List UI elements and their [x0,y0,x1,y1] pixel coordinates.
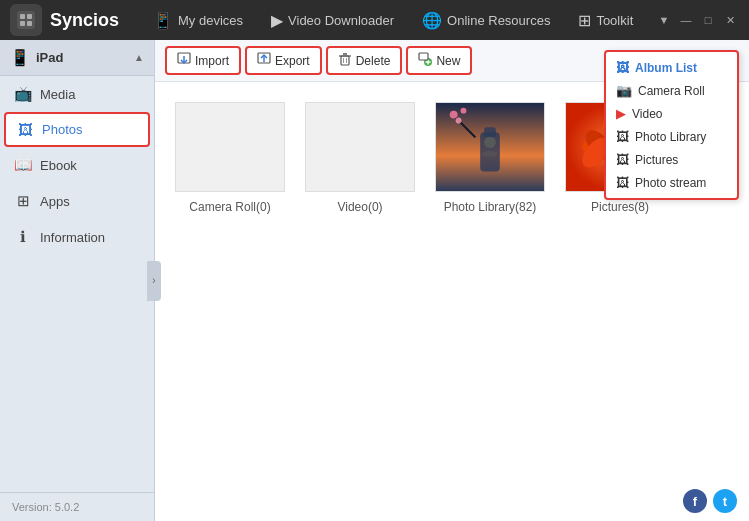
grid-icon: ⊞ [578,11,591,30]
tab-my-devices[interactable]: 📱 My devices [139,0,257,40]
thumb-photo-library [435,102,545,192]
ebook-icon: 📖 [14,156,32,174]
label-pictures: Pictures(8) [591,200,649,214]
svg-point-27 [456,118,462,124]
photo-stream-icon: 🖼 [616,175,629,190]
tab-toolkit[interactable]: ⊞ Toolkit [564,0,647,40]
svg-rect-3 [20,21,25,26]
album-item-pictures[interactable]: 🖼 Pictures [606,148,737,171]
phone-icon: 📱 [153,11,173,30]
device-header: 📱 iPad ▲ [0,40,154,76]
svg-rect-22 [484,127,496,137]
pictures-icon: 🖼 [616,152,629,167]
import-icon [177,52,191,69]
maximize-btn[interactable]: □ [699,11,717,29]
export-button[interactable]: Export [245,46,322,75]
sidebar-item-information[interactable]: ℹ Information [0,219,154,255]
album-list-icon: 🖼 [616,60,629,75]
sidebar-item-photos[interactable]: 🖼 Photos [4,112,150,147]
facebook-icon[interactable]: f [683,489,707,513]
thumb-video [305,102,415,192]
titlebar: Syncios 📱 My devices ▶ Video Downloader … [0,0,749,40]
version-label: Version: 5.0.2 [0,492,154,521]
content-area: Import Export [155,40,749,521]
globe-icon: 🌐 [422,11,442,30]
svg-rect-17 [419,53,428,60]
new-icon [418,52,432,69]
album-item-video[interactable]: ▶ Video [606,102,737,125]
album-panel: 🖼 Album List 📷 Camera Roll ▶ Video 🖼 Pho… [604,50,739,200]
main-layout: 📱 iPad ▲ 📺 Media 🖼 Photos 📖 Ebook ⊞ Apps [0,40,749,521]
delete-button[interactable]: Delete [326,46,403,75]
tab-online-resources[interactable]: 🌐 Online Resources [408,0,564,40]
apps-icon: ⊞ [14,192,32,210]
nav-tabs: 📱 My devices ▶ Video Downloader 🌐 Online… [139,0,655,40]
label-photo-library: Photo Library(82) [444,200,537,214]
export-icon [257,52,271,69]
delete-icon [338,52,352,69]
minimize-btn[interactable]: — [677,11,695,29]
device-name: iPad [36,50,128,65]
sidebar-item-media[interactable]: 📺 Media [0,76,154,112]
svg-rect-0 [17,11,35,29]
app-title: Syncios [50,10,119,31]
sidebar-item-ebook[interactable]: 📖 Ebook [0,147,154,183]
twitter-icon[interactable]: t [713,489,737,513]
album-item-photo-stream[interactable]: 🖼 Photo stream [606,171,737,194]
svg-rect-2 [27,14,32,19]
photo-item-video[interactable]: Video(0) [305,102,415,214]
label-camera-roll: Camera Roll(0) [189,200,270,214]
window-controls: ▼ — □ ✕ [655,11,739,29]
svg-point-26 [461,108,467,114]
thumb-camera-roll [175,102,285,192]
photo-item-photo-library[interactable]: Photo Library(82) [435,102,545,214]
photo-item-camera-roll[interactable]: Camera Roll(0) [175,102,285,214]
album-item-album-list[interactable]: 🖼 Album List [606,56,737,79]
camera-roll-icon: 📷 [616,83,632,98]
album-item-photo-library[interactable]: 🖼 Photo Library [606,125,737,148]
tab-video-downloader[interactable]: ▶ Video Downloader [257,0,408,40]
album-item-camera-roll[interactable]: 📷 Camera Roll [606,79,737,102]
sidebar-items: 📺 Media 🖼 Photos 📖 Ebook ⊞ Apps ℹ Inform… [0,76,154,492]
import-button[interactable]: Import [165,46,241,75]
video-icon: ▶ [616,106,626,121]
sidebar-expand-btn[interactable]: › [147,261,161,301]
photo-library-icon: 🖼 [616,129,629,144]
sidebar: 📱 iPad ▲ 📺 Media 🖼 Photos 📖 Ebook ⊞ Apps [0,40,155,521]
svg-rect-1 [20,14,25,19]
social-bar: f t [683,489,737,513]
svg-rect-21 [480,132,500,171]
device-arrow-icon[interactable]: ▲ [134,52,144,63]
new-button[interactable]: New [406,46,472,75]
app-logo [10,4,42,36]
info-icon: ℹ [14,228,32,246]
svg-point-25 [450,111,458,119]
label-video: Video(0) [337,200,382,214]
sidebar-item-apps[interactable]: ⊞ Apps [0,183,154,219]
media-icon: 📺 [14,85,32,103]
ipad-icon: 📱 [10,48,30,67]
dropdown-btn[interactable]: ▼ [655,11,673,29]
svg-rect-9 [341,56,349,65]
close-btn[interactable]: ✕ [721,11,739,29]
play-icon: ▶ [271,11,283,30]
svg-rect-4 [27,21,32,26]
photos-icon: 🖼 [16,121,34,138]
